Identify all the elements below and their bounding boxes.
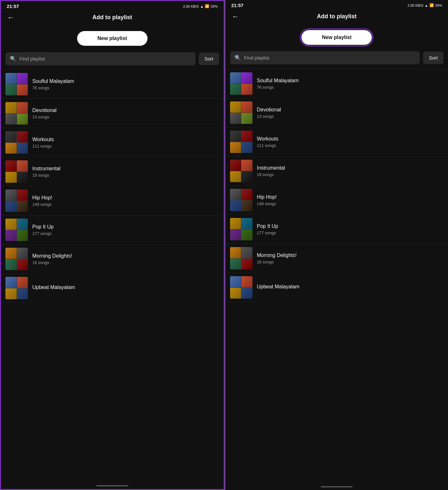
list-item[interactable]: Pop It Up177 songs <box>226 215 448 244</box>
playlist-name: Morning Delights! <box>257 253 297 258</box>
signal-icon: 📶 <box>205 4 209 8</box>
new-playlist-button-right[interactable]: New playlist <box>301 30 372 45</box>
playlist-info: Upbeat Malayalam <box>32 285 75 292</box>
playlist-name: Upbeat Malayalam <box>32 285 75 290</box>
playlist-thumbnail <box>230 72 252 95</box>
playlist-thumbnail <box>230 131 252 153</box>
playlist-name: Instrumental <box>257 165 285 171</box>
status-bar-left: 21:57 2.00 KB/S ▲ 📶 59% <box>1 1 224 10</box>
playlist-song-count: 13 songs <box>257 114 281 119</box>
playlist-info: Hip Hop!149 songs <box>257 194 277 206</box>
playlist-thumbnail <box>5 277 28 299</box>
playlist-info: Devotional13 songs <box>257 107 281 119</box>
page-title-left: Add to playlist <box>92 14 132 21</box>
list-item[interactable]: Soulful Malayalam76 songs <box>226 69 448 98</box>
playlist-thumbnail <box>230 189 252 211</box>
playlist-song-count: 16 songs <box>32 260 72 265</box>
playlist-song-count: 177 songs <box>32 231 54 236</box>
playlist-song-count: 19 songs <box>257 172 285 177</box>
bottom-indicator-left <box>96 485 128 486</box>
search-bar-left[interactable]: 🔍 Find playlist <box>5 52 196 65</box>
playlist-name: Devotional <box>32 108 57 113</box>
playlist-thumbnail <box>5 73 28 95</box>
playlist-info: Workouts111 songs <box>257 136 278 148</box>
status-bar-right: 21:57 2.00 KB/S ▲ 📶 59% <box>226 0 448 9</box>
playlist-info: Pop It Up177 songs <box>257 223 278 235</box>
list-item[interactable]: Morning Delights!16 songs <box>226 244 448 273</box>
playlist-name: Pop It Up <box>32 224 54 230</box>
playlist-song-count: 177 songs <box>257 230 278 235</box>
playlist-song-count: 76 songs <box>257 85 299 90</box>
playlist-list-right: Soulful Malayalam76 songs Devotional13 s… <box>226 69 448 484</box>
playlist-thumbnail <box>230 247 252 269</box>
playlist-thumbnail <box>5 189 28 212</box>
playlist-info: Instrumental19 songs <box>257 165 285 177</box>
sort-button-left[interactable]: Sort <box>199 52 219 65</box>
playlist-name: Hip Hop! <box>257 194 277 200</box>
bottom-indicator-right <box>321 486 353 487</box>
search-placeholder-left: Find playlist <box>20 56 45 61</box>
playlist-info: Soulful Malayalam76 songs <box>32 78 74 90</box>
right-panel: 21:57 2.00 KB/S ▲ 📶 59% ← Add to playlis… <box>225 0 448 490</box>
bottom-bar-left <box>1 483 224 489</box>
list-item[interactable]: Pop It Up177 songs <box>1 215 224 245</box>
list-item[interactable]: Workouts111 songs <box>1 128 224 157</box>
playlist-info: Devotional13 songs <box>32 108 57 119</box>
data-speed-left: 2.00 KB/S <box>183 4 199 8</box>
playlist-thumbnail <box>5 102 28 125</box>
list-item[interactable]: Instrumental19 songs <box>226 157 448 186</box>
playlist-song-count: 149 songs <box>32 202 52 207</box>
list-item[interactable]: Devotional13 songs <box>226 98 448 127</box>
sort-button-right[interactable]: Sort <box>423 52 444 64</box>
search-bar-container-right: 🔍 Find playlist Sort <box>226 51 448 69</box>
list-item[interactable]: Workouts111 songs <box>226 127 448 157</box>
playlist-list-left: Soulful Malayalam76 songs Devotional13 s… <box>1 70 224 483</box>
playlist-song-count: 76 songs <box>32 85 74 90</box>
search-bar-right[interactable]: 🔍 Find playlist <box>230 51 420 64</box>
header-right: ← Add to playlist <box>226 9 448 25</box>
list-item[interactable]: Morning Delights!16 songs <box>1 245 224 274</box>
playlist-name: Pop It Up <box>257 223 278 229</box>
playlist-song-count: 111 songs <box>32 144 54 149</box>
status-icons-right: 2.00 KB/S ▲ 📶 59% <box>408 3 442 7</box>
left-panel: 21:57 2.00 KB/S ▲ 📶 59% ← Add to playlis… <box>0 0 225 490</box>
time-right: 21:57 <box>231 3 244 8</box>
playlist-name: Instrumental <box>32 166 60 172</box>
list-item[interactable]: Hip Hop!149 songs <box>226 186 448 215</box>
search-bar-container-left: 🔍 Find playlist Sort <box>1 52 224 70</box>
battery-right: 59% <box>435 4 442 7</box>
header-left: ← Add to playlist <box>1 10 224 26</box>
bottom-bar-right <box>226 484 448 490</box>
back-button-left[interactable]: ← <box>7 14 14 21</box>
playlist-song-count: 13 songs <box>32 115 57 119</box>
playlist-thumbnail <box>5 248 28 270</box>
playlist-info: Hip Hop!149 songs <box>32 195 52 207</box>
status-icons-left: 2.00 KB/S ▲ 📶 59% <box>183 4 218 8</box>
search-icon-left: 🔍 <box>10 56 16 62</box>
new-playlist-button-left[interactable]: New playlist <box>77 31 148 46</box>
playlist-name: Upbeat Malayalam <box>257 284 300 290</box>
playlist-song-count: 149 songs <box>257 201 277 206</box>
playlist-song-count: 16 songs <box>257 260 297 264</box>
playlist-song-count: 111 songs <box>257 143 278 148</box>
playlist-thumbnail <box>230 218 252 240</box>
signal-icon-right: 📶 <box>429 3 434 7</box>
list-item[interactable]: Soulful Malayalam76 songs <box>1 70 224 99</box>
playlist-song-count: 19 songs <box>32 173 60 178</box>
playlist-info: Instrumental19 songs <box>32 166 60 178</box>
playlist-info: Upbeat Malayalam <box>257 284 300 291</box>
wifi-icon: ▲ <box>200 4 204 8</box>
list-item[interactable]: Hip Hop!149 songs <box>1 186 224 215</box>
back-button-right[interactable]: ← <box>232 13 239 20</box>
playlist-thumbnail <box>5 160 28 183</box>
playlist-name: Workouts <box>32 137 54 142</box>
list-item[interactable]: Devotional13 songs <box>1 99 224 128</box>
search-icon-right: 🔍 <box>235 55 241 61</box>
new-playlist-container-left: New playlist <box>1 26 224 52</box>
list-item[interactable]: Instrumental19 songs <box>1 157 224 186</box>
playlist-thumbnail <box>5 219 28 241</box>
list-item[interactable]: Upbeat Malayalam <box>226 273 448 302</box>
playlist-thumbnail <box>230 160 252 182</box>
list-item[interactable]: Upbeat Malayalam <box>1 274 224 303</box>
playlist-info: Morning Delights!16 songs <box>257 253 297 264</box>
